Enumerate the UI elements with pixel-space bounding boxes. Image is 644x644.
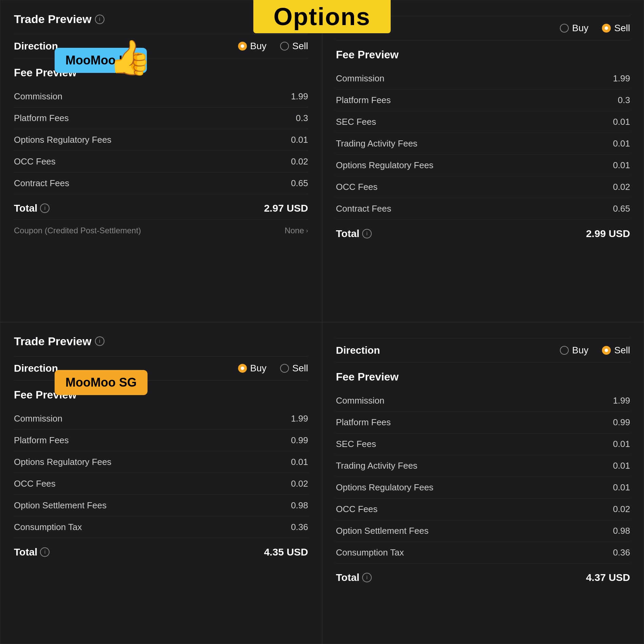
radio-sell-br[interactable]: Sell [602, 345, 630, 356]
fee-label-bl-4: Option Settlement Fees [14, 500, 106, 511]
total-row-bl: Total i 4.35 USD [14, 538, 308, 563]
fee-row-br-4: Options Regulatory Fees 0.01 [336, 477, 630, 499]
fee-row-br-1: Platform Fees 0.99 [336, 412, 630, 433]
radio-buy-circle-br[interactable] [560, 346, 569, 355]
radio-buy-tr[interactable]: Buy [560, 23, 588, 34]
radio-buy-bl[interactable]: Buy [238, 363, 267, 374]
thumbs-up-icon: 👍 [109, 38, 151, 78]
info-icon-total-br[interactable]: i [362, 573, 372, 582]
fee-label-tr-1: Platform Fees [336, 95, 391, 105]
fee-row-bl-5: Consumption Tax 0.36 [14, 516, 308, 538]
fee-row-br-6: Option Settlement Fees 0.98 [336, 520, 630, 542]
info-icon-tl[interactable]: i [95, 15, 104, 24]
fee-value-bl-5: 0.36 [291, 522, 308, 532]
coupon-row-tl[interactable]: Coupon (Credited Post-Settlement) None › [14, 219, 308, 241]
info-icon-total-tl[interactable]: i [40, 203, 50, 213]
fee-row-tl-1: Platform Fees 0.3 [14, 108, 308, 129]
fee-row-tl-3: OCC Fees 0.02 [14, 151, 308, 173]
fee-label-tr-2: SEC Fees [336, 117, 376, 127]
fee-row-bl-0: Commission 1.99 [14, 408, 308, 430]
fee-row-tr-3: Trading Activity Fees 0.01 [336, 133, 630, 155]
fee-row-tl-4: Contract Fees 0.65 [14, 173, 308, 194]
total-label-br: Total i [336, 572, 372, 583]
fee-value-tl-2: 0.01 [291, 135, 308, 145]
total-value-br: 4.37 USD [586, 572, 630, 583]
fee-label-br-4: Options Regulatory Fees [336, 482, 434, 493]
total-value-tl: 2.97 USD [264, 202, 308, 214]
info-icon-bl[interactable]: i [95, 336, 104, 346]
radio-sell-circle-br[interactable] [602, 346, 611, 355]
direction-label-tl: Direction [14, 40, 58, 52]
fee-row-br-2: SEC Fees 0.01 [336, 433, 630, 455]
fee-value-tr-5: 0.02 [613, 182, 630, 192]
total-row-tr: Total i 2.99 USD [336, 220, 630, 245]
info-icon-total-bl[interactable]: i [40, 547, 50, 557]
fee-value-tr-6: 0.65 [613, 203, 630, 214]
fee-label-br-2: SEC Fees [336, 439, 376, 449]
radio-sell-tl[interactable]: Sell [280, 41, 308, 52]
fee-label-br-6: Option Settlement Fees [336, 526, 429, 536]
fee-row-br-3: Trading Activity Fees 0.01 [336, 455, 630, 477]
panel-bottom-left: Trade Preview i Direction Buy Sell Fee P… [0, 322, 322, 644]
info-icon-total-tr[interactable]: i [362, 229, 372, 238]
header-title: Options [274, 3, 371, 31]
coupon-chevron-tl: › [306, 227, 308, 234]
direction-label-bl: Direction [14, 363, 58, 374]
fee-label-tr-6: Contract Fees [336, 203, 391, 214]
fee-label-bl-5: Consumption Tax [14, 522, 82, 532]
fee-value-bl-2: 0.01 [291, 457, 308, 467]
radio-sell-bl[interactable]: Sell [280, 363, 308, 374]
fee-label-br-1: Platform Fees [336, 417, 391, 428]
fee-value-tr-2: 0.01 [613, 117, 630, 127]
panel-top-right: Direction Buy Sell Fee Preview Commissio… [322, 0, 644, 322]
radio-sell-circle-bl[interactable] [280, 364, 289, 373]
radio-sell-circle-tl[interactable] [280, 42, 289, 51]
fee-label-br-7: Consumption Tax [336, 547, 404, 558]
coupon-label-tl: Coupon (Credited Post-Settlement) [14, 226, 141, 235]
fee-row-tr-1: Platform Fees 0.3 [336, 90, 630, 111]
fee-row-br-5: OCC Fees 0.02 [336, 499, 630, 520]
total-value-tr: 2.99 USD [586, 228, 630, 239]
fee-value-bl-4: 0.98 [291, 500, 308, 511]
radio-buy-br[interactable]: Buy [560, 345, 588, 356]
fee-label-tl-0: Commission [14, 91, 62, 102]
panel-bottom-right: Direction Buy Sell Fee Preview Commissio… [322, 322, 644, 644]
fee-row-tr-5: OCC Fees 0.02 [336, 176, 630, 198]
fee-label-br-0: Commission [336, 395, 385, 406]
fee-label-bl-1: Platform Fees [14, 435, 69, 446]
fee-label-tl-1: Platform Fees [14, 113, 69, 123]
fee-value-br-4: 0.01 [613, 482, 630, 493]
panel-top-left: Trade Preview i Direction Buy Sell Fee P… [0, 0, 322, 322]
panel-title-bl: Trade Preview i [14, 335, 308, 348]
total-label-tr: Total i [336, 228, 372, 239]
radio-buy-circle-tl[interactable] [238, 42, 247, 51]
radio-sell-tr[interactable]: Sell [602, 23, 630, 34]
fee-row-tr-6: Contract Fees 0.65 [336, 198, 630, 220]
fee-row-tl-2: Options Regulatory Fees 0.01 [14, 129, 308, 151]
fee-row-tr-0: Commission 1.99 [336, 68, 630, 90]
radio-group-br: Buy Sell [560, 345, 630, 356]
fee-value-br-5: 0.02 [613, 504, 630, 514]
radio-sell-circle-tr[interactable] [602, 24, 611, 33]
fee-value-br-1: 0.99 [613, 417, 630, 428]
fee-row-bl-2: Options Regulatory Fees 0.01 [14, 451, 308, 473]
fee-value-bl-1: 0.99 [291, 435, 308, 446]
fee-row-bl-1: Platform Fees 0.99 [14, 430, 308, 451]
radio-buy-circle-bl[interactable] [238, 364, 247, 373]
fee-label-tl-2: Options Regulatory Fees [14, 135, 112, 145]
radio-group-tl: Buy Sell [238, 41, 308, 52]
fee-value-tr-3: 0.01 [613, 138, 630, 149]
fee-row-bl-3: OCC Fees 0.02 [14, 473, 308, 495]
fee-value-bl-3: 0.02 [291, 479, 308, 489]
fee-value-br-2: 0.01 [613, 439, 630, 449]
fee-label-bl-0: Commission [14, 413, 62, 424]
fee-label-tl-3: OCC Fees [14, 156, 56, 167]
fee-label-tr-5: OCC Fees [336, 182, 378, 192]
fee-label-bl-2: Options Regulatory Fees [14, 457, 112, 467]
fee-value-tl-3: 0.02 [291, 156, 308, 167]
fee-row-tl-0: Commission 1.99 [14, 86, 308, 108]
radio-buy-circle-tr[interactable] [560, 24, 569, 33]
radio-buy-tl[interactable]: Buy [238, 41, 267, 52]
fee-row-br-0: Commission 1.99 [336, 390, 630, 412]
fee-preview-title-tr: Fee Preview [336, 48, 630, 61]
